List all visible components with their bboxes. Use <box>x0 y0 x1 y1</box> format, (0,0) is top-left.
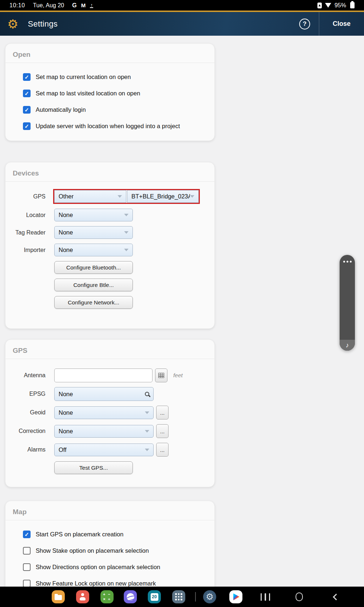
antenna-input[interactable] <box>54 368 153 382</box>
settings-app-icon[interactable]: ⚙ <box>203 590 216 603</box>
chevron-down-icon <box>118 195 122 198</box>
search-icon <box>145 392 149 396</box>
test-gps-button[interactable]: Test GPS... <box>54 461 133 474</box>
setting-label: Start GPS on placemark creation <box>36 531 123 538</box>
edge-panel-handle[interactable]: ♪ <box>340 255 355 351</box>
section-gps: GPS Antenna feet EPSG None Geoid No <box>5 339 215 487</box>
checkbox[interactable]: ✓ <box>23 580 31 587</box>
play-triangle-icon <box>233 594 240 600</box>
gear-icon: ⚙ <box>206 592 214 601</box>
check-icon: ✓ <box>24 532 29 537</box>
section-title: Map <box>5 501 214 520</box>
checkbox[interactable]: ✓ <box>23 531 31 538</box>
checkbox[interactable]: ✓ <box>23 547 31 555</box>
google-notification-icon: G <box>72 2 76 9</box>
importer-row: Importer None <box>5 244 214 256</box>
check-icon: ✓ <box>24 74 29 80</box>
field-label: Alarms <box>5 446 46 453</box>
calendar-app-icon[interactable]: 20 <box>148 590 161 603</box>
alarms-row: Alarms Off ... <box>5 443 214 457</box>
setting-label: Show Directions option on placemark sele… <box>36 564 160 571</box>
alarms-dropdown[interactable]: Off <box>54 444 154 456</box>
tag-reader-dropdown[interactable]: None <box>54 226 133 239</box>
internet-app-icon[interactable] <box>124 590 137 603</box>
setting-row[interactable]: ✓ Show Directions option on placemark se… <box>5 559 214 575</box>
settings-gear-icon: ⚙ <box>7 18 18 30</box>
battery-percent: 95% <box>335 2 346 9</box>
field-label: GPS <box>5 193 46 200</box>
dock-divider <box>195 592 196 602</box>
setting-label: Update server with location when logged … <box>36 123 180 130</box>
home-button[interactable] <box>291 587 307 607</box>
chevron-down-icon <box>145 430 149 433</box>
music-note-icon: ♪ <box>340 342 355 348</box>
clock: 10:10 <box>9 2 25 9</box>
setting-row[interactable]: ✓ Show Stake option on placemark selecti… <box>5 543 214 559</box>
calculator-button[interactable] <box>155 368 167 382</box>
play-store-app-icon[interactable] <box>229 590 242 603</box>
help-button[interactable]: ? <box>299 19 310 29</box>
person-icon <box>79 593 86 600</box>
checkbox[interactable]: ✓ <box>23 563 31 571</box>
setting-label: Set map to last visited location on open <box>36 90 140 97</box>
checkbox[interactable]: ✓ <box>23 90 31 97</box>
configure-network-button[interactable]: Configure Network... <box>54 296 133 309</box>
apps-drawer-icon[interactable] <box>172 590 185 603</box>
calculator-app-icon[interactable]: + −× ÷ <box>100 590 114 603</box>
locator-dropdown[interactable]: None <box>54 209 133 221</box>
alarms-more-button[interactable]: ... <box>156 443 169 457</box>
setting-label: Set map to current location on open <box>36 74 131 80</box>
setting-label: Show Stake option on placemark selection <box>36 547 149 554</box>
wifi-icon <box>325 3 331 8</box>
calendar-date: 20 <box>151 593 158 601</box>
setting-row[interactable]: ✓ Set map to current location on open <box>5 69 214 85</box>
check-icon: ✓ <box>24 123 29 129</box>
checkbox[interactable]: ✓ <box>23 106 31 114</box>
section-title: GPS <box>5 340 214 359</box>
epsg-picker[interactable]: None <box>54 387 154 401</box>
setting-row[interactable]: ✓ Update server with location when logge… <box>5 118 214 134</box>
battery-saver-icon <box>317 3 322 8</box>
check-icon: ✓ <box>24 107 29 113</box>
correction-more-button[interactable]: ... <box>156 424 169 438</box>
importer-dropdown[interactable]: None <box>54 244 133 256</box>
chevron-down-icon <box>190 195 194 198</box>
setting-row[interactable]: ✓ Start GPS on placemark creation <box>5 526 214 543</box>
recents-button[interactable] <box>256 587 275 607</box>
section-open: Open ✓ Set map to current location on op… <box>5 43 215 141</box>
configure-bluetooth-button[interactable]: Configure Bluetooth... <box>54 261 133 274</box>
back-chevron-icon <box>333 594 339 600</box>
field-label: Locator <box>5 212 46 218</box>
field-label: Geoid <box>5 409 46 416</box>
gps-device-dropdown[interactable]: BT+BLE_Bridge_023A <box>127 190 199 203</box>
folder-icon <box>55 595 62 600</box>
geoid-row: Geoid None ... <box>5 406 214 419</box>
geoid-dropdown[interactable]: None <box>54 406 154 419</box>
correction-row: Correction None ... <box>5 424 214 438</box>
setting-label: Show Feature Lock option on new placemar… <box>36 580 156 587</box>
field-label: EPSG <box>5 391 46 397</box>
my-files-app-icon[interactable] <box>52 590 65 603</box>
epsg-row: EPSG None <box>5 387 214 401</box>
geoid-more-button[interactable]: ... <box>156 406 169 419</box>
gps-type-dropdown[interactable]: Other <box>54 190 126 203</box>
chevron-down-icon <box>145 411 149 414</box>
upload-notification-icon: ↑ <box>90 3 93 8</box>
antenna-row: Antenna feet <box>5 368 214 382</box>
contacts-app-icon[interactable] <box>76 590 89 603</box>
correction-dropdown[interactable]: None <box>54 425 154 438</box>
checkbox[interactable]: ✓ <box>23 73 31 81</box>
setting-row[interactable]: ✓ Automatically login <box>5 102 214 118</box>
setting-row[interactable]: ✓ Set map to last visited location on op… <box>5 85 214 102</box>
checkbox[interactable]: ✓ <box>23 122 31 130</box>
setting-label: Automatically login <box>36 106 86 113</box>
configure-btle-button[interactable]: Configure Btle... <box>54 279 133 291</box>
section-title: Open <box>5 44 214 63</box>
gmail-notification-icon: M <box>81 2 86 8</box>
home-icon <box>296 592 303 601</box>
status-date: Tue, Aug 20 <box>33 2 64 9</box>
close-button[interactable]: Close <box>319 12 364 36</box>
field-label: Importer <box>5 247 46 253</box>
globe-icon <box>127 593 134 601</box>
back-button[interactable] <box>327 587 343 607</box>
